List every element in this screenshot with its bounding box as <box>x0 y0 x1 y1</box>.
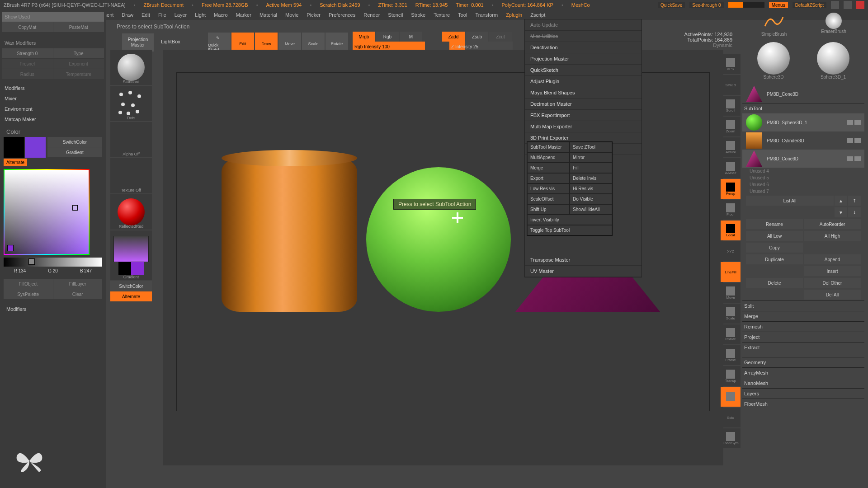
menus-button[interactable]: Menus <box>769 2 788 8</box>
autoreorder-button[interactable]: AutoReorder <box>804 219 861 229</box>
delother-button[interactable]: Del Other <box>804 278 861 288</box>
window-max-icon[interactable] <box>844 1 852 9</box>
top-arrow-icon[interactable]: ⤒ <box>848 196 861 206</box>
mini-tool-cone[interactable]: PM3D_Cone3D <box>742 85 864 103</box>
menu-file[interactable]: File <box>155 11 170 19</box>
projection-master-button[interactable]: Projection Master <box>122 33 154 52</box>
matcap-maker-item[interactable]: Matcap Maker <box>2 114 104 124</box>
dock-zoom[interactable]: Zoom <box>721 117 741 136</box>
primary-color[interactable] <box>25 137 46 158</box>
bottom-arrow-icon[interactable]: ⤓ <box>848 207 861 217</box>
menu-edit[interactable]: Edit <box>138 11 154 19</box>
rename-button[interactable]: Rename <box>746 219 803 229</box>
menu-draw[interactable]: Draw <box>118 11 137 19</box>
mi-deactivation[interactable]: Deactivation <box>525 42 642 53</box>
eraserbrush-icon[interactable] <box>826 13 842 29</box>
subtool-row-cone[interactable]: PM3D_Cone3D <box>742 150 864 168</box>
menu-texture[interactable]: Texture <box>430 11 453 19</box>
dock-localsym[interactable]: LocalSym <box>721 428 741 448</box>
list-all-button[interactable]: List All <box>746 196 834 206</box>
sm-merge[interactable]: Merge <box>527 163 570 173</box>
extract-row[interactable]: Extract <box>742 342 864 352</box>
mi-mayablend[interactable]: Maya Blend Shapes <box>525 87 642 99</box>
dock-xyz[interactable]: XYZ <box>721 241 741 261</box>
arraymesh-section[interactable]: ArrayMesh <box>742 367 864 378</box>
eye-icon[interactable] <box>854 120 861 125</box>
dock-local[interactable]: Local <box>721 221 741 240</box>
mrgb-button[interactable]: Mrgb <box>353 32 375 42</box>
merge-row[interactable]: Merge <box>742 311 864 321</box>
brush-thumb-alphaoff[interactable]: Alpha Off <box>110 122 152 157</box>
nanomesh-section[interactable]: NanoMesh <box>742 378 864 388</box>
duplicate-button[interactable]: Duplicate <box>746 254 803 264</box>
cylinder-mesh[interactable] <box>222 158 357 312</box>
m-button[interactable]: M <box>400 32 422 42</box>
mi-adjustplugin[interactable]: Adjust Plugin <box>525 76 642 87</box>
filllayer-button[interactable]: FillLayer <box>53 279 103 289</box>
seethrough-slider[interactable]: See-through 0 <box>689 2 723 8</box>
brush-thumb-reflected[interactable]: ReflectedRed <box>110 194 152 230</box>
simplebrush-icon[interactable] <box>760 13 788 31</box>
menu-stencil[interactable]: Stencil <box>384 11 406 19</box>
sphere3d-2[interactable] <box>817 42 849 75</box>
mi-decimation[interactable]: Decimation Master <box>525 99 642 110</box>
dock-floor[interactable]: Floor <box>721 200 741 220</box>
sm-fill[interactable]: Fill <box>570 163 612 173</box>
brush-thumb-dots[interactable]: Dots <box>110 86 152 121</box>
dock-move[interactable]: Move <box>721 283 741 303</box>
menu-marker[interactable]: Marker <box>232 11 255 19</box>
modifiers2-item[interactable]: Modifiers <box>4 304 102 314</box>
menu-light[interactable]: Light <box>191 11 209 19</box>
r-value[interactable]: R 134 <box>4 268 36 273</box>
sm-invertvis[interactable]: Invert Visibility <box>527 215 612 225</box>
brush-thumb-standard[interactable]: Standard <box>110 50 152 85</box>
delete-button[interactable]: Delete <box>746 278 803 288</box>
copy-button[interactable]: Copy <box>746 243 803 253</box>
up-arrow-icon[interactable]: ▲ <box>835 196 847 206</box>
sm-hires[interactable]: Hi Res vis <box>570 183 612 194</box>
fillobject-button[interactable]: FillObject <box>4 279 53 289</box>
subtool-row-cylinder[interactable]: PM3D_Cylinder3D <box>742 131 864 150</box>
subtool-header[interactable]: SubTool <box>742 103 864 113</box>
dock-solo[interactable]: Solo <box>721 408 741 427</box>
zadd-button[interactable]: Zadd <box>442 32 465 42</box>
alllow-button[interactable]: All Low <box>746 231 803 241</box>
menu-zplugin[interactable]: Zplugin <box>502 11 526 19</box>
dock-transp[interactable]: Transp <box>721 366 741 386</box>
lightbox-button[interactable]: LightBox <box>157 37 184 46</box>
paint-icon[interactable] <box>847 120 853 125</box>
dock-solo-hl[interactable] <box>721 387 741 407</box>
value-handle[interactable] <box>28 258 35 265</box>
picker-cursor[interactable] <box>72 205 78 211</box>
mi-transpose[interactable]: Transpose Master <box>525 254 642 266</box>
menu-material[interactable]: Material <box>256 11 281 19</box>
mi-fbx[interactable]: FBX ExportImport <box>525 110 642 121</box>
secondary-color[interactable] <box>4 137 24 158</box>
dock-scale[interactable]: Scale <box>721 304 741 324</box>
menu-macro[interactable]: Macro <box>210 11 231 19</box>
show-used-row[interactable]: Show Used <box>2 12 104 22</box>
seethrough-track[interactable] <box>728 2 764 8</box>
layers-section[interactable]: Layers <box>742 388 864 399</box>
remesh-row[interactable]: Remesh <box>742 321 864 332</box>
dock-aahalf[interactable]: AAHalf <box>721 158 741 178</box>
sm-showhide[interactable]: Show/HideAll <box>570 204 612 215</box>
pastemat-button[interactable]: PasteMat <box>53 22 104 32</box>
mi-miscutil[interactable]: Misc Utilities <box>525 31 642 42</box>
wax-modifiers-header[interactable]: Wax Modifiers <box>2 38 104 48</box>
sm-export[interactable]: Export <box>527 173 570 183</box>
eye-icon[interactable] <box>854 138 861 143</box>
g-value[interactable]: G 20 <box>37 268 69 273</box>
window-close-icon[interactable] <box>856 1 864 9</box>
mi-uvmaster[interactable]: UV Master <box>525 266 642 277</box>
project-row[interactable]: Project <box>742 332 864 342</box>
dock-persp[interactable]: Persp <box>721 179 741 199</box>
dock-rotate[interactable]: Rotate <box>721 324 741 344</box>
sm-saveztool[interactable]: Save ZTool <box>570 142 612 152</box>
strength-slider[interactable]: Strength 0 <box>2 48 53 58</box>
zsub-button[interactable]: Zsub <box>466 32 488 42</box>
mixer-item[interactable]: Mixer <box>2 94 104 103</box>
sphere-mesh[interactable] <box>366 167 511 312</box>
switchcolor2-button[interactable]: SwitchColor <box>110 281 152 291</box>
environment-item[interactable]: Environment <box>2 104 104 114</box>
